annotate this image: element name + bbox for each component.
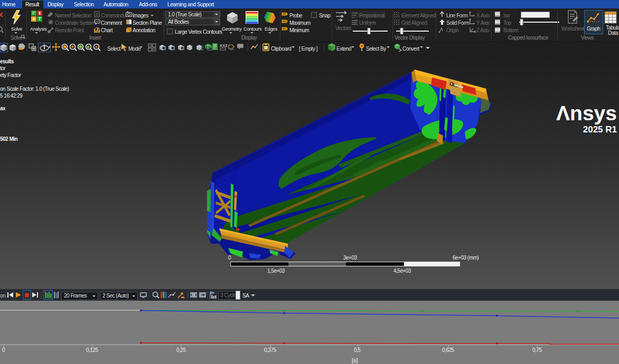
svg-text:123: 123 (283, 13, 286, 15)
svg-text:MAX: MAX (283, 20, 287, 23)
svg-text:MIN: MIN (283, 27, 286, 30)
svg-text:x: x (500, 20, 502, 23)
svg-text:X,Y,Z: X,Y,Z (220, 44, 228, 48)
svg-text:C: C (96, 13, 98, 16)
svg-text:x: x (500, 31, 502, 34)
svg-text:x: x (500, 15, 502, 18)
